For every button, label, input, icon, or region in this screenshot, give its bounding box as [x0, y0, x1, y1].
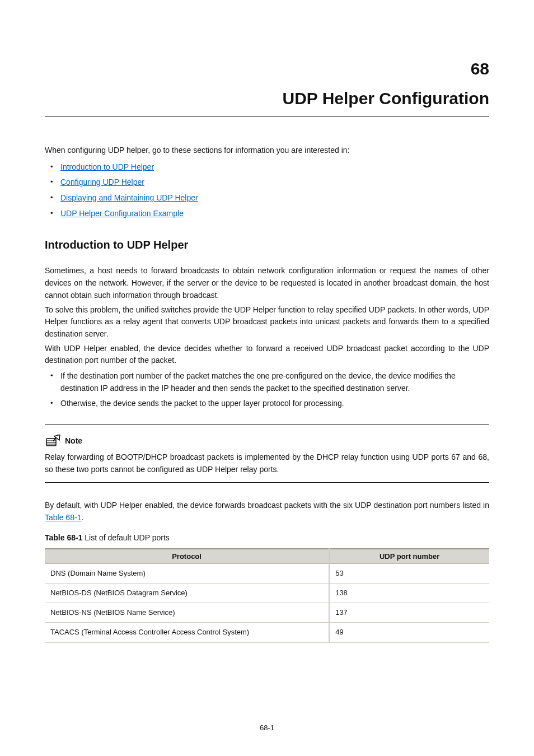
table-row: NetBIOS-NS (NetBIOS Name Service) 137 — [45, 603, 489, 623]
toc-item: Introduction to UDP Helper — [45, 161, 489, 174]
section-heading: Introduction to UDP Helper — [45, 236, 489, 254]
chapter-number: 68 — [45, 56, 489, 82]
cell-protocol: NetBIOS-DS (NetBIOS Datagram Service) — [45, 584, 329, 603]
cell-protocol: DNS (Domain Name System) — [45, 563, 329, 583]
toc-list: Introduction to UDP Helper Configuring U… — [45, 161, 489, 220]
table-ref-link[interactable]: Table 68-1 — [45, 513, 81, 522]
toc-link-example[interactable]: UDP Helper Configuration Example — [60, 209, 184, 218]
post-note-suffix: . — [81, 513, 83, 522]
toc-link-configuring[interactable]: Configuring UDP Helper — [60, 178, 144, 186]
default-ports-table: Protocol UDP port number DNS (Domain Nam… — [45, 548, 489, 642]
note-header: Note — [45, 435, 489, 448]
page-number: 68-1 — [0, 722, 534, 734]
cell-port: 49 — [329, 623, 489, 642]
table-row: TACACS (Terminal Access Controller Acces… — [45, 623, 489, 642]
cell-port: 53 — [329, 563, 489, 583]
table-header-row: Protocol UDP port number — [45, 549, 489, 563]
table-caption: Table 68-1 List of default UDP ports — [45, 532, 489, 544]
behavior-list: If the destination port number of the pa… — [45, 370, 489, 410]
body-paragraph: With UDP Helper enabled, the device deci… — [45, 343, 489, 367]
toc-item: Displaying and Maintaining UDP Helper — [45, 192, 489, 204]
note-separator-top — [45, 424, 489, 424]
table-header-port: UDP port number — [329, 549, 489, 563]
table-caption-text: List of default UDP ports — [82, 533, 169, 542]
body-paragraph: To solve this problem, the unified switc… — [45, 304, 489, 340]
note-body: Relay forwarding of BOOTP/DHCP broadcast… — [45, 451, 489, 475]
cell-port: 137 — [329, 603, 489, 623]
cell-protocol: NetBIOS-NS (NetBIOS Name Service) — [45, 603, 329, 623]
table-caption-prefix: Table 68-1 — [45, 533, 82, 542]
toc-link-displaying[interactable]: Displaying and Maintaining UDP Helper — [60, 193, 198, 202]
post-note-prefix: By default, with UDP Helper enabled, the… — [45, 501, 489, 510]
toc-item: UDP Helper Configuration Example — [45, 208, 489, 220]
table-row: NetBIOS-DS (NetBIOS Datagram Service) 13… — [45, 584, 489, 603]
list-item: If the destination port number of the pa… — [45, 370, 489, 394]
toc-link-intro[interactable]: Introduction to UDP Helper — [60, 162, 154, 171]
post-note-paragraph: By default, with UDP Helper enabled, the… — [45, 500, 489, 524]
list-text: Otherwise, the device sends the packet t… — [60, 399, 344, 408]
cell-port: 138 — [329, 584, 489, 603]
note-label: Note — [65, 435, 82, 447]
toc-item: Configuring UDP Helper — [45, 176, 489, 189]
cell-protocol: TACACS (Terminal Access Controller Acces… — [45, 623, 329, 642]
note-separator-bottom — [45, 482, 489, 483]
table-header-protocol: Protocol — [45, 549, 329, 563]
body-paragraph: Sometimes, a host needs to forward broad… — [45, 265, 489, 301]
list-text: If the destination port number of the pa… — [60, 371, 456, 393]
intro-paragraph: When configuring UDP helper, go to these… — [45, 144, 489, 157]
note-icon — [45, 435, 62, 448]
table-row: DNS (Domain Name System) 53 — [45, 563, 489, 583]
list-item: Otherwise, the device sends the packet t… — [45, 398, 489, 410]
chapter-title: UDP Helper Configuration — [45, 86, 489, 117]
